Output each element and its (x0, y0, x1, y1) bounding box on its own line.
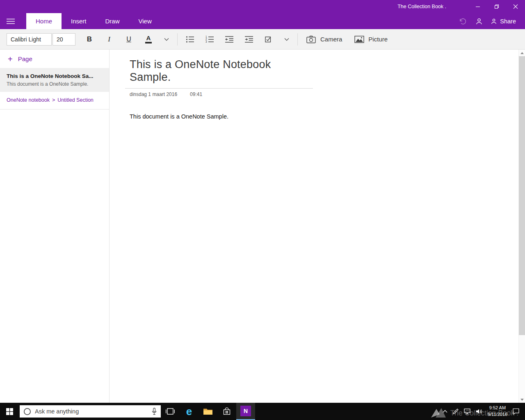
microphone-icon[interactable] (151, 408, 157, 415)
chevron-up-icon (443, 410, 447, 413)
start-button[interactable] (0, 403, 19, 420)
share-person-icon (491, 18, 497, 25)
camera-icon (306, 35, 316, 43)
restore-icon (494, 4, 499, 9)
page-time: 09:41 (190, 91, 202, 97)
breadcrumb-notebook-link[interactable]: OneNote notebook (7, 97, 50, 103)
action-center-button[interactable] (513, 408, 519, 415)
tab-draw[interactable]: Draw (96, 13, 129, 29)
svg-text:3: 3 (205, 40, 207, 43)
page-body-text[interactable]: This document is a OneNote Sample. (130, 113, 518, 120)
file-explorer-button[interactable] (199, 403, 217, 420)
task-view-button[interactable] (161, 403, 180, 420)
store-button[interactable] (217, 403, 236, 420)
italic-button[interactable]: I (99, 31, 119, 48)
scroll-up-button[interactable] (519, 50, 525, 56)
font-more-button[interactable] (158, 31, 175, 48)
font-color-button[interactable]: A (139, 31, 158, 48)
restore-button[interactable] (487, 0, 506, 13)
ribbon-right: Share (454, 13, 525, 29)
chevron-down-icon (284, 38, 289, 41)
network-button[interactable] (464, 409, 470, 414)
outdent-button[interactable] (219, 31, 239, 48)
undo-button[interactable] (454, 13, 471, 29)
font-color-icon: A (145, 35, 152, 43)
breadcrumb: OneNote notebook > Untitled Section (0, 92, 109, 110)
menu-button[interactable] (0, 13, 21, 29)
checkbox-icon (265, 36, 272, 43)
clock-time: 9:52 AM (489, 405, 506, 411)
tab-insert[interactable]: Insert (62, 13, 96, 29)
share-label: Share (500, 18, 516, 25)
store-icon (223, 407, 231, 415)
minimize-button[interactable] (468, 0, 487, 13)
search-box[interactable] (20, 405, 161, 418)
underline-button[interactable]: U (119, 31, 139, 48)
formatting-toolbar: Calibri Light 20 B I U A (0, 29, 525, 50)
page-item-title: This is a OneNote Notebook Sa... (7, 73, 103, 79)
speaker-icon (476, 409, 482, 414)
search-input[interactable] (35, 408, 148, 415)
numbered-list-icon: 123 (205, 36, 214, 43)
breadcrumb-section-link[interactable]: Untitled Section (57, 97, 94, 103)
system-tray: 9:52 AM 9/11/2016 (443, 403, 525, 420)
account-button[interactable] (471, 13, 487, 29)
bullet-list-button[interactable] (180, 31, 200, 48)
font-family-select[interactable]: Calibri Light (7, 33, 52, 46)
font-size-value: 20 (57, 36, 63, 43)
task-view-icon (166, 408, 175, 415)
italic-icon: I (108, 35, 110, 43)
edge-icon: e (186, 406, 192, 417)
numbered-list-button[interactable]: 123 (200, 31, 219, 48)
ribbon-tabs: Home Insert Draw View (26, 13, 161, 29)
picture-label: Picture (368, 36, 388, 43)
page-canvas[interactable]: This is a OneNote Notebook Sample. dinsd… (110, 50, 518, 403)
vertical-scrollbar (518, 50, 525, 403)
page-title[interactable]: This is a OneNote Notebook Sample. (130, 58, 313, 84)
volume-button[interactable] (476, 409, 482, 414)
camera-label: Camera (320, 36, 342, 43)
camera-button[interactable]: Camera (300, 31, 348, 48)
font-size-select[interactable]: 20 (52, 33, 75, 46)
taskbar-clock[interactable]: 9:52 AM 9/11/2016 (488, 405, 507, 418)
user-icon (475, 18, 483, 25)
share-button[interactable]: Share (487, 13, 519, 29)
onenote-icon: N (240, 406, 251, 416)
indent-button[interactable] (239, 31, 259, 48)
picture-button[interactable]: Picture (348, 31, 394, 48)
add-page-button[interactable]: + Page (0, 50, 109, 68)
main-area: + Page This is a OneNote Notebook Sa... … (0, 50, 525, 403)
toolbar-separator (177, 33, 178, 46)
clock-date: 9/11/2016 (488, 411, 507, 418)
toolbar-separator (297, 33, 298, 46)
add-page-label: Page (18, 55, 32, 62)
close-icon (513, 4, 518, 9)
todo-tag-button[interactable] (259, 31, 278, 48)
window-title: The Collection Book . (397, 4, 446, 9)
tags-more-button[interactable] (278, 31, 295, 48)
folder-icon (203, 408, 213, 415)
scroll-up-icon (520, 52, 524, 54)
page-meta: dinsdag 1 maart 2016 09:41 (130, 91, 518, 97)
window-controls (468, 0, 525, 13)
tab-home[interactable]: Home (26, 13, 62, 29)
font-family-value: Calibri Light (11, 36, 41, 43)
bold-icon: B (87, 35, 92, 43)
decrease-indent-icon (225, 36, 233, 43)
tray-expand-button[interactable] (443, 410, 447, 413)
minimize-icon (475, 4, 480, 9)
plus-icon: + (8, 55, 13, 63)
edge-button[interactable]: e (180, 403, 199, 420)
page-list-item[interactable]: This is a OneNote Notebook Sa... This do… (0, 68, 109, 92)
tab-view[interactable]: View (129, 13, 161, 29)
hamburger-icon (7, 18, 15, 24)
pen-icon (453, 409, 459, 414)
scrollbar-thumb[interactable] (519, 56, 525, 335)
scroll-down-button[interactable] (519, 396, 525, 403)
bullet-list-icon (186, 36, 194, 43)
bold-button[interactable]: B (80, 31, 99, 48)
onenote-taskbar-button[interactable]: N (236, 403, 255, 420)
windows-ink-button[interactable] (453, 409, 459, 414)
close-button[interactable] (506, 0, 525, 13)
scrollbar-track[interactable] (519, 56, 525, 396)
